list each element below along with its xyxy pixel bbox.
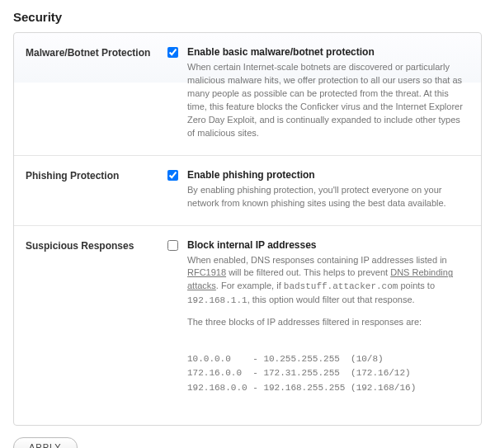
- ip-block-row: 192.168.0.0 - 192.168.255.255 (192.168/1…: [187, 383, 416, 393]
- section-phishing: Phishing Protection Enable phishing prot…: [14, 156, 481, 226]
- security-panel: Malware/Botnet Protection Enable basic m…: [13, 32, 482, 426]
- section-suspicious-label: Suspicious Responses: [26, 239, 167, 411]
- page-title: Security: [13, 10, 482, 24]
- apply-button[interactable]: APPLY: [13, 437, 78, 448]
- blocks-intro: The three blocks of IP addresses filtere…: [187, 316, 469, 329]
- suspicious-desc-post2: points to: [398, 281, 435, 290]
- ip-block-row: 10.0.0.0 - 10.255.255.255 (10/8): [187, 354, 384, 364]
- phishing-checkbox[interactable]: [167, 170, 178, 181]
- malware-option-desc: When certain Internet-scale botnets are …: [187, 61, 469, 140]
- example-ip: 192.168.1.1: [187, 295, 248, 305]
- suspicious-checkbox[interactable]: [167, 240, 178, 251]
- suspicious-desc-mid: will be filtered out. This helps to prev…: [226, 267, 390, 277]
- rfc1918-link[interactable]: RFC1918: [187, 267, 226, 277]
- example-host: badstuff.attacker.com: [284, 281, 398, 291]
- phishing-option-title: Enable phishing protection: [187, 169, 469, 181]
- ip-block-row: 172.16.0.0 - 172.31.255.255 (172.16/12): [187, 368, 411, 378]
- suspicious-desc-post3: , this option would filter out that resp…: [248, 295, 415, 304]
- suspicious-desc-post1: . For example, if: [216, 281, 284, 290]
- ip-block-list: 10.0.0.0 - 10.255.255.255 (10/8) 172.16.…: [187, 337, 469, 410]
- section-malware-label: Malware/Botnet Protection: [26, 46, 167, 140]
- section-suspicious: Suspicious Responses Block internal IP a…: [14, 226, 481, 426]
- malware-option-title: Enable basic malware/botnet protection: [187, 46, 469, 58]
- phishing-option-desc: By enabling phishing protection, you'll …: [187, 184, 469, 210]
- malware-checkbox[interactable]: [167, 47, 178, 58]
- section-phishing-label: Phishing Protection: [26, 169, 167, 210]
- suspicious-option-desc: When enabled, DNS responses containing I…: [187, 254, 469, 411]
- suspicious-option-title: Block internal IP addresses: [187, 239, 469, 251]
- suspicious-desc-pre: When enabled, DNS responses containing I…: [187, 255, 447, 265]
- section-malware: Malware/Botnet Protection Enable basic m…: [14, 33, 481, 156]
